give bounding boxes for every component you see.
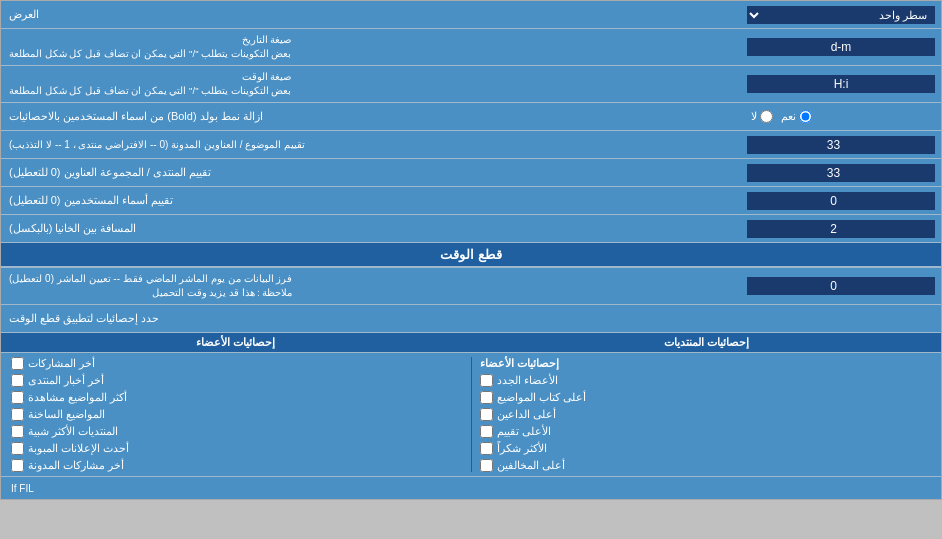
main-container: العرض سطر واحد سطرين صيغة التاريخبعض الت… [0, 0, 942, 500]
time-format-row: صيغة الوقتبعض التكوينات يتطلب "/" التي ي… [1, 66, 941, 103]
stats-apply-row: حدد إحصائيات لتطبيق قطع الوقت [1, 305, 941, 333]
sort-forum-input-cell [741, 159, 941, 186]
stats-apply-label: حدد إحصائيات لتطبيق قطع الوقت [1, 305, 941, 332]
remove-bold-row: ازالة نمط بولد (Bold) من اسماء المستخدمي… [1, 103, 941, 131]
checkbox-similar-forums[interactable] [11, 425, 24, 438]
checkbox-most-thanks[interactable] [480, 442, 493, 455]
time-cutoff-header-row: قطع الوقت [1, 243, 941, 268]
distance-row: المسافة بين الخانيا (بالبكسل) [1, 215, 941, 243]
checkbox-item-forum-news: أخر أخبار المنتدى [11, 374, 463, 387]
footer-note: If FIL [1, 477, 941, 499]
checkbox-top-inviters[interactable] [480, 408, 493, 421]
display-row: العرض سطر واحد سطرين [1, 1, 941, 29]
sort-users-input[interactable] [747, 192, 935, 210]
checkbox-most-viewed[interactable] [11, 391, 24, 404]
display-select[interactable]: سطر واحد سطرين [747, 6, 935, 24]
distance-input[interactable] [747, 220, 935, 238]
display-label: العرض [1, 1, 741, 28]
time-format-input-cell [741, 66, 941, 102]
checkbox-item-most-thanks: الأكثر شكراً [480, 442, 932, 455]
time-cutoff-filter-input[interactable] [747, 277, 935, 295]
sort-topics-label: تقييم الموضوع / العناوين المدونة (0 -- ا… [1, 131, 741, 158]
distance-input-cell [741, 215, 941, 242]
radio-no[interactable] [760, 110, 773, 123]
time-cutoff-filter-label: فرز البيانات من يوم الماشر الماضي فقط --… [1, 268, 741, 304]
checkbox-col-headers: إحصائيات الأعضاء إحصائيات المنتديات [1, 333, 941, 353]
distance-label: المسافة بين الخانيا (بالبكسل) [1, 215, 741, 242]
date-format-row: صيغة التاريخبعض التكوينات يتطلب "/" التي… [1, 29, 941, 66]
date-format-label: صيغة التاريخبعض التكوينات يتطلب "/" التي… [1, 29, 741, 65]
checkbox-item-most-viewed: أكثر المواضيع مشاهدة [11, 391, 463, 404]
checkbox-most-violations[interactable] [480, 459, 493, 472]
checkbox-new-members[interactable] [480, 374, 493, 387]
checkbox-item-last-posts: أخر المشاركات [11, 357, 463, 370]
checkbox-item-top-rated: الأعلى تقييم [480, 425, 932, 438]
time-cutoff-filter-input-cell [741, 268, 941, 304]
sort-users-input-cell [741, 187, 941, 214]
remove-bold-radio-cell: نعم لا [741, 103, 941, 130]
sort-users-label: تقييم أسماء المستخدمين (0 للتعطيل) [1, 187, 741, 214]
display-select-cell: سطر واحد سطرين [741, 1, 941, 28]
sort-forum-row: تقييم المنتدى / المجموعة العناوين (0 للت… [1, 159, 941, 187]
footer-note-row: If FIL [1, 477, 941, 499]
time-format-label: صيغة الوقتبعض التكوينات يتطلب "/" التي ي… [1, 66, 741, 102]
sort-forum-input[interactable] [747, 164, 935, 182]
checkbox-item-new-members: الأعضاء الجدد [480, 374, 932, 387]
checkbox-item-member-stats-header: إحصائيات الأعضاء [480, 357, 932, 370]
time-format-input[interactable] [747, 75, 935, 93]
checkbox-item-top-inviters: أعلى الداعين [480, 408, 932, 421]
sort-topics-row: تقييم الموضوع / العناوين المدونة (0 -- ا… [1, 131, 941, 159]
sort-topics-input-cell [741, 131, 941, 158]
time-cutoff-filter-row: فرز البيانات من يوم الماشر الماضي فقط --… [1, 268, 941, 305]
checkbox-item-classifieds: أحدث الإعلانات المبوبة [11, 442, 463, 455]
checkbox-forum-news[interactable] [11, 374, 24, 387]
time-cutoff-title: قطع الوقت [1, 243, 941, 267]
col-header-forums: إحصائيات الأعضاء [11, 336, 460, 349]
sort-users-row: تقييم أسماء المستخدمين (0 للتعطيل) [1, 187, 941, 215]
checkbox-item-top-posters: أعلى كتاب المواضيع [480, 391, 932, 404]
date-format-input[interactable] [747, 38, 935, 56]
checkbox-last-posts[interactable] [11, 357, 24, 370]
checkboxes-container: أخر المشاركات أخر أخبار المنتدى أكثر الم… [1, 353, 941, 477]
checkbox-item-similar-forums: المنتديات الأكثر شبية [11, 425, 463, 438]
checkbox-item-most-violations: أعلى المخالفين [480, 459, 932, 472]
radio-no-label[interactable]: لا [751, 110, 773, 123]
checkbox-top-posters[interactable] [480, 391, 493, 404]
checkbox-item-hot-topics: المواضيع الساخنة [11, 408, 463, 421]
checkbox-top-rated[interactable] [480, 425, 493, 438]
checkbox-blog-posts[interactable] [11, 459, 24, 472]
checkbox-col-right: أخر المشاركات أخر أخبار المنتدى أكثر الم… [11, 357, 463, 472]
column-divider [471, 357, 472, 472]
checkbox-classifieds[interactable] [11, 442, 24, 455]
checkbox-item-blog-posts: أخر مشاركات المدونة [11, 459, 463, 472]
checkbox-col-left: إحصائيات الأعضاء الأعضاء الجدد أعلى كتاب… [480, 357, 932, 472]
radio-yes[interactable] [799, 110, 812, 123]
radio-yes-label[interactable]: نعم [781, 110, 812, 123]
date-format-input-cell [741, 29, 941, 65]
sort-forum-label: تقييم المنتدى / المجموعة العناوين (0 للت… [1, 159, 741, 186]
sort-topics-input[interactable] [747, 136, 935, 154]
checkbox-hot-topics[interactable] [11, 408, 24, 421]
col-header-members: إحصائيات المنتديات [482, 336, 931, 349]
remove-bold-label: ازالة نمط بولد (Bold) من اسماء المستخدمي… [1, 103, 741, 130]
